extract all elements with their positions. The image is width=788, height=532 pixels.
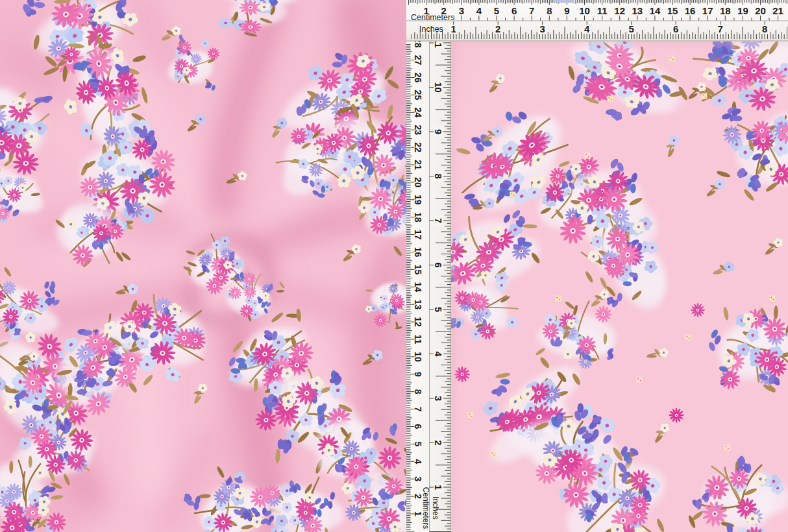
svg-text:10: 10: [579, 5, 590, 16]
svg-text:17: 17: [702, 5, 713, 16]
svg-text:5: 5: [433, 307, 443, 312]
svg-text:5: 5: [629, 23, 634, 34]
svg-text:6: 6: [413, 424, 423, 429]
svg-text:3: 3: [540, 23, 545, 34]
svg-text:15: 15: [413, 265, 423, 275]
svg-text:7: 7: [433, 218, 443, 223]
svg-text:18: 18: [413, 212, 423, 223]
svg-text:12: 12: [614, 5, 625, 16]
svg-text:7: 7: [529, 5, 534, 16]
svg-text:16: 16: [413, 247, 423, 258]
svg-text:2: 2: [413, 494, 423, 499]
svg-text:2: 2: [433, 440, 443, 445]
svg-text:14: 14: [413, 282, 423, 293]
svg-text:7: 7: [413, 407, 423, 412]
svg-text:8: 8: [433, 173, 443, 178]
svg-text:8: 8: [547, 5, 552, 16]
svg-text:10: 10: [433, 82, 443, 92]
svg-text:4: 4: [433, 351, 443, 356]
svg-text:Inches: Inches: [431, 496, 440, 519]
svg-text:14: 14: [650, 5, 661, 16]
svg-text:21: 21: [413, 160, 423, 170]
svg-text:18: 18: [720, 5, 731, 16]
svg-text:11: 11: [413, 335, 423, 345]
svg-text:13: 13: [413, 299, 423, 309]
svg-text:8: 8: [413, 389, 423, 394]
svg-text:19: 19: [413, 195, 423, 205]
svg-text:6: 6: [511, 5, 517, 16]
svg-text:3: 3: [413, 476, 423, 481]
svg-text:27: 27: [413, 55, 423, 66]
svg-text:9: 9: [433, 129, 443, 134]
svg-text:23: 23: [413, 125, 423, 135]
svg-text:13: 13: [632, 5, 643, 16]
svg-text:21: 21: [772, 5, 783, 16]
svg-text:9: 9: [413, 372, 423, 377]
svg-text:4: 4: [413, 459, 423, 464]
svg-text:11: 11: [597, 5, 608, 16]
svg-text:1: 1: [413, 511, 423, 516]
svg-text:4: 4: [476, 5, 482, 16]
svg-text:26: 26: [413, 73, 423, 83]
svg-text:Centimeters: Centimeters: [421, 487, 430, 529]
svg-text:3: 3: [459, 5, 464, 16]
svg-text:5: 5: [494, 5, 499, 16]
svg-text:17: 17: [413, 230, 423, 240]
svg-text:5: 5: [413, 442, 423, 447]
svg-text:15: 15: [667, 5, 678, 16]
svg-text:22: 22: [413, 142, 423, 152]
svg-text:20: 20: [755, 5, 766, 16]
svg-text:Centimeters: Centimeters: [411, 13, 454, 22]
svg-text:20: 20: [413, 177, 423, 187]
svg-text:6: 6: [433, 262, 443, 267]
svg-text:1: 1: [433, 485, 443, 490]
svg-text:6: 6: [673, 23, 678, 34]
svg-text:8: 8: [762, 23, 767, 34]
svg-text:10: 10: [413, 352, 423, 362]
svg-text:3: 3: [433, 396, 443, 401]
svg-text:12: 12: [413, 317, 423, 327]
svg-text:1: 1: [451, 23, 456, 34]
svg-text:9: 9: [564, 5, 569, 16]
svg-text:24: 24: [413, 108, 423, 118]
svg-text:7: 7: [718, 23, 723, 34]
svg-text:4: 4: [584, 23, 590, 34]
svg-text:2: 2: [495, 23, 500, 34]
svg-text:19: 19: [737, 5, 748, 16]
svg-text:25: 25: [413, 90, 423, 101]
svg-text:16: 16: [685, 5, 696, 16]
